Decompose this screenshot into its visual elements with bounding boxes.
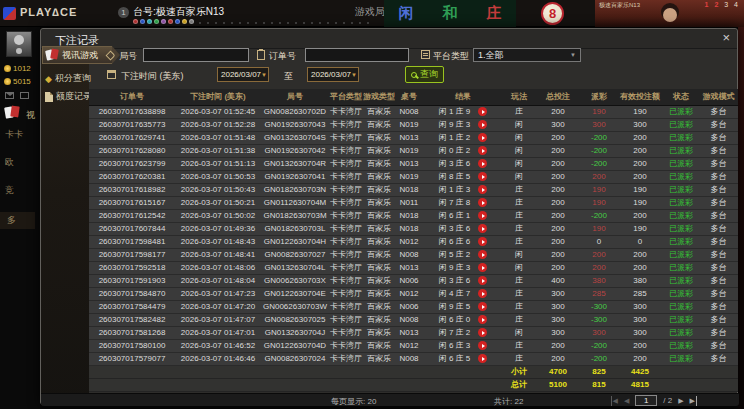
table-row[interactable]: 260307017612542 2026-03-07 01:50:02 GN01… [89, 209, 738, 222]
cell-round-number: GN0122630704E [261, 287, 329, 300]
table-row[interactable]: 260307017615167 2026-03-07 01:50:21 GN01… [89, 196, 738, 209]
cell-game-type: 百家乐 [363, 339, 395, 352]
next-page-icon[interactable]: ▶ [678, 396, 683, 406]
platform-type-select[interactable]: 1.全部 ▼ [473, 48, 581, 62]
table-row[interactable]: 260307017592518 2026-03-07 01:48:06 GN01… [89, 261, 738, 274]
replay-icon[interactable] [478, 198, 487, 207]
table-row[interactable]: 260307017591903 2026-03-07 01:48:04 GN00… [89, 274, 738, 287]
replay-icon[interactable] [478, 159, 487, 168]
close-icon[interactable]: × [722, 31, 730, 45]
table-row[interactable]: 260307017581268 2026-03-07 01:47:01 GN01… [89, 326, 738, 339]
table-row[interactable]: 260307017620381 2026-03-07 01:50:53 GN01… [89, 170, 738, 183]
replay-icon[interactable] [478, 211, 487, 220]
grid-icon[interactable] [20, 92, 29, 99]
cell-round-number: GN0122630704H [261, 235, 329, 248]
cell-status: 已派彩 [663, 183, 699, 196]
cell-game-mode: 多台 [699, 339, 738, 352]
date-to-select[interactable]: 2026/03/07 ▼ [307, 67, 359, 82]
prev-page-icon[interactable]: ◀ [624, 396, 629, 406]
cell-round-number: GN0132630704R [261, 157, 329, 170]
search-button[interactable]: 查询 [405, 66, 444, 83]
cell-payout: 300 [581, 118, 617, 131]
sidebar-item-credit-records[interactable]: 额度记录 [45, 90, 92, 103]
table-row[interactable]: 260307017638898 2026-03-07 01:52:45 GN00… [89, 105, 738, 118]
replay-icon[interactable] [478, 250, 487, 259]
cell-game-mode: 多台 [699, 131, 738, 144]
last-page-icon[interactable]: ▶ [690, 396, 697, 406]
date-from-select[interactable]: 2026/03/07 ▼ [217, 67, 269, 82]
rail-tab-kaka[interactable]: 卡卡 [5, 128, 23, 141]
chip-icon[interactable] [189, 19, 194, 24]
cell-play-type: 庄 [503, 209, 535, 222]
replay-icon[interactable] [478, 133, 487, 142]
cell-bet-time: 2026-03-07 01:50:53 [175, 170, 261, 183]
replay-icon[interactable] [478, 146, 487, 155]
table-row[interactable]: 260307017598481 2026-03-07 01:48:43 GN01… [89, 235, 738, 248]
table-row[interactable]: 260307017584479 2026-03-07 01:47:20 GN00… [89, 300, 738, 313]
order-number-input[interactable] [305, 48, 409, 62]
table-row[interactable]: 260307017618982 2026-03-07 01:50:43 GN01… [89, 183, 738, 196]
rail-tab-jing[interactable]: 竞 [5, 184, 14, 197]
table-row[interactable]: 260307017580100 2026-03-07 01:46:52 GN01… [89, 339, 738, 352]
rail-tab-video[interactable]: 视 [26, 109, 35, 122]
bet-zone-banker[interactable]: 庄 [487, 4, 502, 23]
chip-icon[interactable] [140, 19, 145, 24]
chip-icon[interactable] [154, 19, 159, 24]
avatar[interactable] [6, 31, 32, 57]
table-row[interactable]: 260307017598177 2026-03-07 01:48:41 GN00… [89, 248, 738, 261]
table-row[interactable]: 260307017628080 2026-03-07 01:51:38 GN01… [89, 144, 738, 157]
cards-icon[interactable] [5, 106, 25, 119]
sidebar-item-video-games[interactable]: 视讯游戏 [42, 46, 112, 64]
table-row[interactable]: 260307017584870 2026-03-07 01:47:23 GN01… [89, 287, 738, 300]
table-row[interactable]: 260307017635773 2026-03-07 01:52:28 GN01… [89, 118, 738, 131]
table-row[interactable]: 260307017579077 2026-03-07 01:46:46 GN00… [89, 352, 738, 365]
result-text: 闲 0 庄 2 [439, 145, 471, 156]
chip-icon[interactable] [175, 19, 180, 24]
round-number-input[interactable] [143, 48, 249, 62]
bet-zone-tie[interactable]: 和 [443, 4, 458, 23]
cell-total-bet: 200 [535, 170, 581, 183]
cell-result: 闲 9 庄 5 [423, 300, 503, 313]
chip-icon[interactable] [182, 19, 187, 24]
table-row[interactable]: 260307017582482 2026-03-07 01:47:07 GN00… [89, 313, 738, 326]
replay-icon[interactable] [478, 354, 487, 363]
replay-icon[interactable] [478, 276, 487, 285]
replay-icon[interactable] [478, 263, 487, 272]
table-row[interactable]: 260307017623799 2026-03-07 01:51:13 GN01… [89, 157, 738, 170]
col-game: 游戏类型 [363, 89, 395, 105]
cell-platform: 卡卡湾厅 [329, 326, 363, 339]
replay-icon[interactable] [478, 315, 487, 324]
first-page-icon[interactable]: ◀ [611, 396, 618, 406]
replay-icon[interactable] [478, 172, 487, 181]
chip-icon[interactable] [133, 19, 138, 24]
rail-tab-multi[interactable]: 多 [0, 212, 35, 229]
replay-icon[interactable] [478, 328, 487, 337]
result-text: 闲 3 庄 6 [439, 223, 471, 234]
replay-icon[interactable] [478, 237, 487, 246]
replay-icon[interactable] [478, 341, 487, 350]
chip-icon[interactable] [161, 19, 166, 24]
replay-icon[interactable] [478, 224, 487, 233]
cell-status: 已派彩 [663, 352, 699, 365]
replay-icon[interactable] [478, 185, 487, 194]
cell-payout: -300 [581, 300, 617, 313]
chip-icon[interactable] [168, 19, 173, 24]
cell-platform: 卡卡湾厅 [329, 287, 363, 300]
replay-icon[interactable] [478, 107, 487, 116]
rail-tab-europe[interactable]: 欧 [5, 156, 14, 169]
table-row[interactable]: 260307017607844 2026-03-07 01:49:36 GN01… [89, 222, 738, 235]
result-text: 闲 3 庄 6 [439, 158, 471, 169]
chip-icon[interactable] [147, 19, 152, 24]
cell-total-bet: 200 [535, 105, 581, 118]
replay-icon[interactable] [478, 302, 487, 311]
cell-table-number: N018 [395, 183, 423, 196]
page-number-input[interactable]: 1 [635, 395, 657, 406]
result-text: 闲 6 庄 3 [439, 340, 471, 351]
cell-game-mode: 多台 [699, 274, 738, 287]
bet-zone-player[interactable]: 闲 [399, 4, 414, 23]
mail-icon[interactable] [5, 92, 14, 99]
replay-icon[interactable] [478, 120, 487, 129]
table-row[interactable]: 260307017629741 2026-03-07 01:51:48 GN01… [89, 131, 738, 144]
sidebar-item-points-query[interactable]: ◆ 积分查询 [45, 72, 91, 85]
replay-icon[interactable] [478, 289, 487, 298]
